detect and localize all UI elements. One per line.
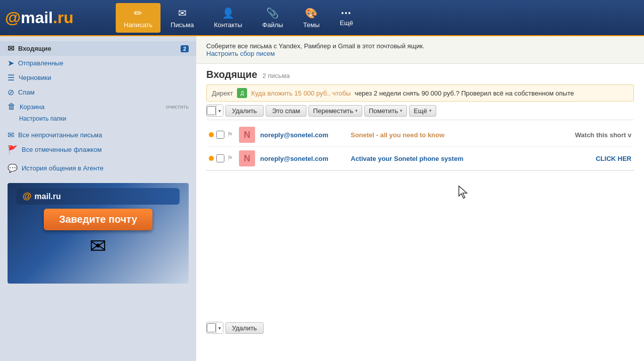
sidebar-item-trash[interactable]: 🗑 Корзина очистить bbox=[0, 100, 196, 114]
inbox-count: 2 письма bbox=[262, 72, 290, 79]
mark-arrow-icon: ▾ bbox=[400, 108, 403, 113]
email-subject: Sonetel - all you need to know bbox=[351, 131, 571, 139]
email-checkbox[interactable] bbox=[216, 154, 224, 162]
nav-compose[interactable]: ✏ Написать bbox=[116, 3, 160, 33]
inbox-header: Входящие 2 письма bbox=[206, 69, 634, 80]
drafts-icon: ☰ bbox=[8, 73, 15, 82]
logo: @mail.ru bbox=[5, 9, 106, 27]
email-from: noreply@sonetel.com bbox=[260, 131, 351, 139]
sidebar-item-inbox[interactable]: ✉ Входящие 2 bbox=[0, 41, 196, 56]
inbox-badge: 2 bbox=[181, 45, 189, 52]
unread-bullet bbox=[209, 156, 214, 161]
ad-at: @ bbox=[23, 191, 32, 202]
email-preview: Watch this short v bbox=[575, 131, 631, 139]
avatar: N bbox=[239, 127, 255, 143]
sidebar-drafts-label: Черновики bbox=[19, 74, 51, 81]
move-label: Переместить bbox=[313, 107, 353, 115]
nav-more-label: Ещё bbox=[340, 19, 353, 27]
direct-link[interactable]: Куда вложить 15 000 руб., чтобы bbox=[251, 89, 351, 97]
bottom-select-all-wrapper[interactable]: ▾ bbox=[206, 322, 223, 334]
direct-bar: Директ Д Куда вложить 15 000 руб., чтобы… bbox=[206, 84, 634, 102]
nav-compose-label: Написать bbox=[124, 21, 152, 29]
bottom-select-dropdown[interactable]: ▾ bbox=[216, 322, 223, 333]
direct-label: Директ bbox=[212, 89, 233, 97]
main-layout: ✉ Входящие 2 ➤ Отправленные ☰ Черновики … bbox=[0, 36, 644, 361]
nav: ✏ Написать ✉ Письма 👤 Контакты 📎 Файлы 🎨… bbox=[116, 3, 639, 33]
content-area: Соберите все письма с Yandex, Рамблер и … bbox=[196, 36, 644, 361]
sidebar-item-all-unread[interactable]: ✉ Все непрочитанные письма bbox=[0, 128, 196, 142]
select-all-wrapper[interactable]: ▾ bbox=[206, 105, 223, 117]
unread-bullet bbox=[209, 132, 214, 137]
letters-icon: ✉ bbox=[178, 7, 187, 19]
sidebar-all-unread-label: Все непрочитанные письма bbox=[18, 131, 102, 139]
avatar: N bbox=[239, 150, 255, 166]
email-toolbar: ▾ Удалить Это спам Переместить ▾ Пометит… bbox=[206, 105, 634, 120]
nav-files-label: Файлы bbox=[262, 21, 283, 29]
spam-button[interactable]: Это спам bbox=[266, 105, 307, 117]
configure-folders-link[interactable]: Настроить папки bbox=[0, 114, 196, 124]
email-row[interactable]: ⚑ N noreply@sonetel.com Sonetel - all yo… bbox=[206, 123, 634, 147]
email-preview: CLICK HER bbox=[596, 155, 631, 162]
mark-label: Пометить bbox=[369, 107, 398, 115]
sidebar-inbox-label: Входящие bbox=[18, 45, 51, 52]
inbox-area: Входящие 2 письма Директ Д Куда вложить … bbox=[196, 64, 644, 361]
select-all-dropdown[interactable]: ▾ bbox=[216, 105, 223, 116]
move-button[interactable]: Переместить ▾ bbox=[308, 105, 362, 117]
email-subject: Activate your Sonetel phone system bbox=[351, 155, 592, 162]
ad-title-bar: @ mail.ru bbox=[17, 188, 180, 205]
nav-files[interactable]: 📎 Файлы bbox=[252, 3, 293, 33]
header: @mail.ru ✏ Написать ✉ Письма 👤 Контакты … bbox=[0, 0, 644, 36]
nav-contacts[interactable]: 👤 Контакты bbox=[204, 3, 252, 33]
sidebar-item-all-flagged[interactable]: 🚩 Все отмеченные флажком bbox=[0, 142, 196, 157]
flag-icon[interactable]: ⚑ bbox=[227, 154, 235, 162]
sidebar-all-flagged-label: Все отмеченные флажком bbox=[22, 146, 102, 153]
trash-icon: 🗑 bbox=[8, 102, 16, 111]
nav-contacts-label: Контакты bbox=[214, 21, 242, 29]
spam-icon: ⊘ bbox=[8, 87, 14, 97]
logo-ru: .ru bbox=[53, 9, 73, 27]
direct-icon: Д bbox=[237, 88, 247, 98]
sidebar-item-agent-history[interactable]: 💬 История общения в Агенте bbox=[0, 161, 196, 175]
nav-themes-label: Темы bbox=[303, 21, 320, 29]
themes-icon: 🎨 bbox=[305, 7, 317, 19]
compose-icon: ✏ bbox=[134, 7, 142, 19]
delete-button[interactable]: Удалить bbox=[225, 105, 264, 117]
nav-letters-label: Письма bbox=[171, 21, 194, 29]
sidebar-section-unread: ✉ Все непрочитанные письма 🚩 Все отмечен… bbox=[0, 128, 196, 157]
nav-themes[interactable]: 🎨 Темы bbox=[293, 3, 330, 33]
bottom-delete-button[interactable]: Удалить bbox=[225, 322, 264, 334]
nav-letters[interactable]: ✉ Письма bbox=[160, 3, 204, 33]
flag-icon[interactable]: ⚑ bbox=[227, 131, 235, 139]
sent-icon: ➤ bbox=[8, 58, 14, 68]
email-list: ⚑ N noreply@sonetel.com Sonetel - all yo… bbox=[206, 123, 634, 170]
email-checkbox[interactable] bbox=[216, 131, 224, 139]
logo-mail: mail bbox=[21, 9, 53, 27]
move-arrow-icon: ▾ bbox=[355, 108, 358, 113]
email-row[interactable]: ⚑ N noreply@sonetel.com Activate your So… bbox=[206, 147, 634, 170]
info-bar-text: Соберите все письма с Yandex, Рамблер и … bbox=[206, 42, 425, 50]
mark-button[interactable]: Пометить ▾ bbox=[364, 105, 407, 117]
sidebar-item-sent[interactable]: ➤ Отправленные bbox=[0, 56, 196, 70]
sidebar-item-drafts[interactable]: ☰ Черновики bbox=[0, 70, 196, 85]
sidebar-item-spam[interactable]: ⊘ Спам bbox=[0, 85, 196, 100]
sidebar-trash-label: Корзина bbox=[20, 103, 45, 111]
bottom-select-all-checkbox[interactable] bbox=[207, 323, 216, 332]
nav-more[interactable]: ••• Ещё bbox=[330, 5, 363, 31]
agent-icon: 💬 bbox=[8, 163, 18, 173]
more-button[interactable]: Ещё ▾ bbox=[409, 105, 436, 117]
unread-icon: ✉ bbox=[8, 130, 14, 140]
ad-cta-button[interactable]: Заведите почту bbox=[44, 209, 152, 230]
trash-clear-link[interactable]: очистить bbox=[166, 104, 189, 110]
more-arrow-icon: ▾ bbox=[429, 108, 432, 113]
ad-envelope-icon: ✉ bbox=[90, 234, 107, 257]
direct-rest-text: через 2 недели снять 90 000 руб.? Провер… bbox=[355, 89, 574, 97]
sidebar-sent-label: Отправленные bbox=[18, 59, 63, 67]
more-icon: ••• bbox=[341, 9, 352, 17]
files-icon: 📎 bbox=[266, 7, 279, 19]
email-from: noreply@sonetel.com bbox=[260, 155, 351, 162]
configure-collection-link[interactable]: Настроить сбор писем bbox=[206, 50, 275, 57]
info-bar: Соберите все письма с Yandex, Рамблер и … bbox=[196, 36, 644, 64]
contacts-icon: 👤 bbox=[222, 7, 234, 19]
sidebar-ad: @ mail.ru Заведите почту ✉ bbox=[8, 183, 189, 284]
select-all-checkbox[interactable] bbox=[207, 106, 216, 115]
